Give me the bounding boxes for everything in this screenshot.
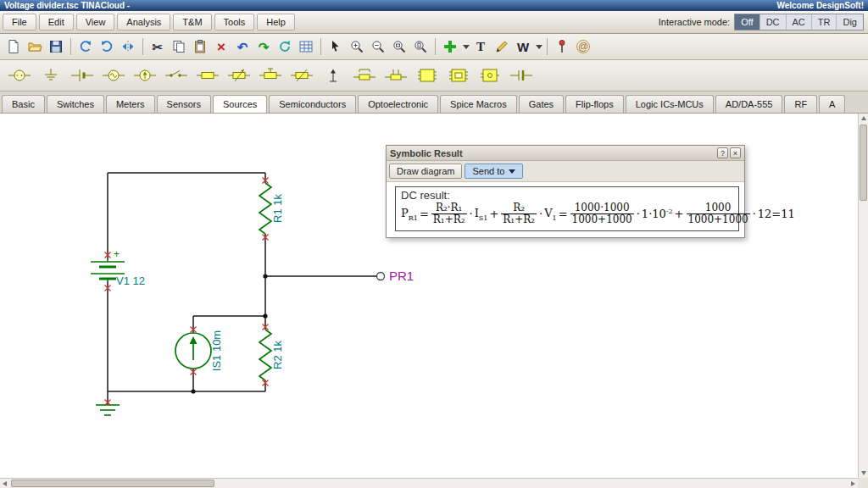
undo-button[interactable]: ↶ — [232, 36, 253, 57]
component-v1[interactable]: + V1 12 — [91, 248, 145, 287]
component-r1[interactable]: R1 1k — [259, 183, 284, 234]
scroll-right-icon[interactable] — [851, 481, 855, 486]
tab-adda-555[interactable]: AD/DA-555 — [715, 95, 783, 113]
battery-icon — [70, 67, 94, 84]
mirror-button[interactable] — [118, 36, 138, 57]
rotate-right-button[interactable] — [97, 36, 117, 57]
zoom-in-button[interactable] — [347, 36, 367, 57]
chevron-down-icon[interactable] — [463, 45, 470, 49]
menu-analysis[interactable]: Analysis — [117, 14, 170, 30]
table-button[interactable] — [296, 36, 316, 57]
variable-resistor-button[interactable] — [287, 64, 316, 87]
tab-semiconductors[interactable]: Semiconductors — [269, 95, 356, 113]
wires[interactable] — [108, 173, 376, 405]
voltage-source-button[interactable] — [5, 64, 34, 87]
pr1-label[interactable]: PR1 — [389, 269, 414, 283]
tab-logic-ics-mcus[interactable]: Logic ICs-MCUs — [626, 95, 714, 113]
relay-button[interactable] — [350, 64, 379, 87]
ic-button[interactable] — [413, 64, 442, 87]
add-component-button[interactable] — [440, 36, 460, 57]
menu-help[interactable]: Help — [257, 14, 295, 30]
switch-button[interactable] — [162, 64, 191, 87]
macro-button[interactable]: @ — [573, 36, 593, 57]
ground-button[interactable] — [36, 64, 65, 87]
tab-optoelectronic[interactable]: Optoelectronic — [358, 95, 438, 113]
cut-button[interactable]: ✂ — [147, 36, 168, 57]
mode-tr[interactable]: TR — [812, 14, 837, 30]
is1-label[interactable]: IS1 10m — [210, 330, 223, 371]
component-r2[interactable]: R2 1k — [259, 330, 284, 380]
mode-ac[interactable]: AC — [787, 14, 812, 30]
component-toolbar — [0, 60, 868, 92]
logic-ic-button[interactable] — [476, 64, 504, 87]
tab-rf[interactable]: RF — [784, 95, 817, 113]
select-button[interactable] — [326, 36, 346, 57]
r2-label[interactable]: R2 1k — [271, 341, 284, 369]
tab-basic[interactable]: Basic — [2, 95, 45, 113]
new-button[interactable] — [3, 36, 24, 57]
close-button[interactable]: × — [730, 147, 741, 158]
probe-pr1[interactable]: PR1 — [377, 269, 415, 283]
tab-meters[interactable]: Meters — [106, 95, 155, 113]
zoom-page-button[interactable] — [410, 36, 431, 57]
open-button[interactable] — [25, 36, 45, 57]
mcu-button[interactable] — [444, 64, 473, 87]
current-arrow-button[interactable] — [319, 64, 348, 87]
mode-dig[interactable]: Dig — [837, 14, 863, 30]
tab-sources[interactable]: Sources — [213, 95, 267, 114]
send-to-button[interactable]: Send to — [465, 164, 523, 179]
vertical-scrollbar[interactable] — [858, 114, 868, 478]
help-button[interactable]: ? — [717, 147, 728, 158]
text-tool-button[interactable]: T — [470, 36, 491, 57]
component-is1[interactable]: IS1 10m — [175, 330, 223, 371]
paste-button[interactable] — [190, 36, 210, 57]
mode-off[interactable]: Off — [735, 14, 760, 30]
trimmer-button[interactable] — [256, 64, 285, 87]
delete-button[interactable]: × — [211, 36, 231, 57]
tab-switches[interactable]: Switches — [47, 95, 104, 113]
tab-sensors[interactable]: Sensors — [157, 95, 211, 113]
mode-dc[interactable]: DC — [760, 14, 787, 30]
tab-flip-flops[interactable]: Flip-flops — [565, 95, 624, 113]
copy-button[interactable] — [169, 36, 189, 57]
menu-tools[interactable]: Tools — [214, 14, 255, 30]
menu-file[interactable]: File — [3, 14, 36, 30]
result-window-titlebar[interactable]: Symbolic Result ? × — [387, 146, 744, 161]
battery-button[interactable] — [68, 64, 97, 87]
resistor-button[interactable] — [193, 64, 222, 87]
menu-edit[interactable]: Edit — [39, 14, 74, 30]
vertical-scroll-thumb[interactable] — [860, 125, 867, 201]
tab-gates[interactable]: Gates — [519, 95, 564, 113]
voltage-generator-button[interactable] — [99, 64, 128, 87]
menu-view[interactable]: View — [76, 14, 115, 30]
menu-tm[interactable]: T&M — [173, 14, 211, 30]
draw-diagram-button[interactable]: Draw diagram — [389, 164, 462, 179]
current-source-button[interactable] — [131, 64, 159, 87]
chevron-down-icon — [509, 169, 515, 174]
wire-tool-button[interactable]: W — [513, 36, 533, 57]
horizontal-scroll-thumb[interactable] — [11, 480, 214, 487]
zoom-out-button[interactable] — [368, 36, 388, 57]
scroll-up-icon[interactable] — [861, 116, 866, 120]
rotate-left-button[interactable] — [75, 36, 96, 57]
horizontal-scrollbar[interactable] — [0, 478, 858, 488]
r1-label[interactable]: R1 1k — [271, 194, 284, 223]
ground-symbol[interactable] — [96, 405, 120, 415]
coil-button[interactable] — [381, 64, 410, 87]
zoom-page-icon — [413, 39, 428, 54]
refresh-button[interactable] — [275, 36, 295, 57]
tab-clipped[interactable]: A — [819, 95, 845, 113]
v1-label[interactable]: V1 12 — [116, 274, 145, 287]
redo-button[interactable]: ↷ — [253, 36, 274, 57]
probe-pin-button[interactable] — [552, 36, 572, 57]
tab-spice-macros[interactable]: Spice Macros — [440, 95, 517, 113]
capacitor-button[interactable] — [507, 64, 536, 87]
zoom-window-button[interactable] — [389, 36, 409, 57]
chevron-down-icon[interactable] — [536, 45, 542, 49]
potentiometer-button[interactable] — [225, 64, 253, 87]
at-sign-icon: @ — [576, 40, 590, 53]
save-button[interactable] — [46, 36, 66, 57]
scroll-left-icon[interactable] — [3, 481, 7, 486]
pencil-tool-button[interactable] — [492, 36, 512, 57]
scroll-down-icon[interactable] — [861, 471, 866, 475]
